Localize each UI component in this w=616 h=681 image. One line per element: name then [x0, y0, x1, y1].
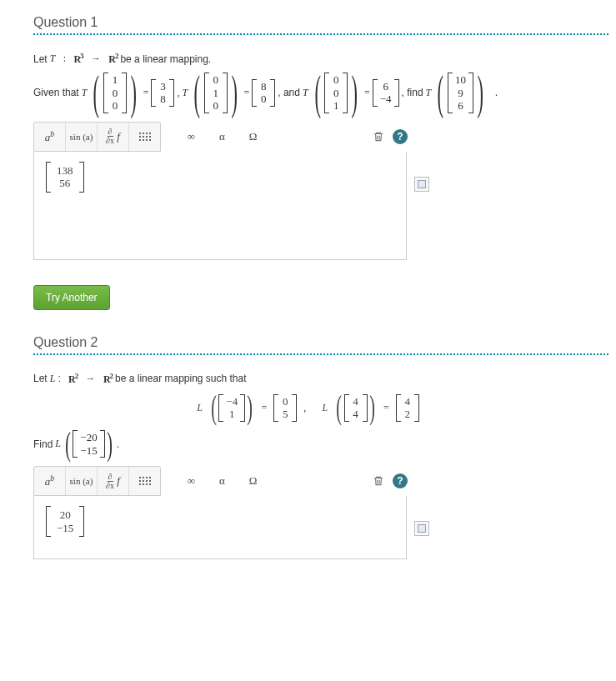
vector: 42 [396, 394, 419, 422]
vector: −41 [218, 394, 245, 422]
text: Given that [33, 87, 79, 98]
var-L: L [197, 402, 203, 414]
arrow-icon: → [91, 53, 101, 65]
vector: 001 [324, 73, 348, 113]
var-T: T [82, 87, 88, 99]
answer-vector: 20−15 [46, 506, 84, 537]
equation-preview-icon[interactable] [414, 521, 429, 536]
tb-delete-button[interactable] [370, 128, 387, 145]
q2-find: Find L ( −20−15 ). [33, 430, 583, 458]
vector: 100 [103, 73, 127, 113]
tb-omega-button[interactable]: Ω [238, 123, 268, 151]
q1-answer-input[interactable]: 13856 [33, 152, 407, 260]
text: be a linear mapping. [120, 53, 211, 65]
q2-equations: L ( −41 ) = 05 , L ( 44 ) = 42 [33, 394, 583, 422]
try-another-button[interactable]: Try Another [33, 285, 110, 310]
question-2-heading: Question 2 [33, 335, 583, 350]
tb-omega-button[interactable]: Ω [238, 467, 268, 495]
set-R2: R2 [68, 372, 78, 386]
tb-matrix-button[interactable] [129, 123, 160, 151]
tb-alpha-button[interactable]: α [207, 467, 238, 495]
vector: 05 [273, 394, 297, 422]
tb-help-button[interactable]: ? [392, 128, 408, 145]
tb-matrix-button[interactable] [129, 467, 160, 495]
divider [33, 353, 608, 355]
text: Let [33, 53, 48, 65]
equals: = [143, 87, 149, 99]
tb-delete-button[interactable] [370, 473, 387, 489]
vector: 44 [344, 394, 368, 422]
arrow-icon: → [86, 373, 96, 385]
tb-partial-button[interactable]: ∂∂x f [98, 123, 129, 151]
math-toolbar: ab sin (a) ∂∂x f ∞ α Ω ? [33, 122, 408, 152]
q1-intro: Let T : R3 → R2 be a linear mapping. [33, 52, 583, 66]
var-T: T [50, 53, 56, 65]
equation-preview-icon[interactable] [414, 177, 429, 192]
var-T: T [426, 87, 432, 99]
tb-help-button[interactable]: ? [392, 473, 408, 489]
tb-alpha-button[interactable]: α [207, 123, 238, 151]
tb-sin-button[interactable]: sin (a) [66, 467, 98, 495]
q1-given: Given that T ( 100 ) = 38 , T ( 010 ) = … [33, 73, 583, 113]
set-R3: R3 [73, 52, 83, 66]
var-T: T [303, 87, 308, 99]
var-L: L [323, 402, 328, 414]
vector: 38 [151, 79, 174, 107]
vector: 6−4 [373, 79, 399, 107]
math-toolbar: ab sin (a) ∂∂x f ∞ α Ω ? [33, 466, 408, 496]
q2-intro: Let L: R2 → R2 be a linear mapping such … [33, 372, 583, 386]
divider [33, 33, 608, 35]
tb-infinity-button[interactable]: ∞ [176, 467, 207, 495]
colon: : [63, 53, 66, 65]
tb-infinity-button[interactable]: ∞ [176, 123, 207, 151]
tb-partial-button[interactable]: ∂∂x f [98, 467, 129, 495]
vector: 010 [204, 73, 228, 113]
set-R2: R2 [103, 372, 113, 386]
var-L: L [50, 373, 56, 385]
tb-superscript-button[interactable]: ab [34, 123, 66, 151]
answer-vector: 13856 [46, 162, 84, 193]
vector: −20−15 [73, 430, 104, 458]
set-R2: R2 [108, 52, 118, 66]
tb-superscript-button[interactable]: ab [34, 467, 66, 495]
tb-sin-button[interactable]: sin (a) [66, 123, 98, 151]
vector: 80 [252, 79, 275, 107]
vector: 1096 [448, 73, 473, 113]
var-T: T [182, 87, 188, 99]
question-1-heading: Question 1 [33, 15, 583, 30]
var-L: L [55, 438, 61, 450]
q2-answer-input[interactable]: 20−15 [33, 496, 407, 559]
